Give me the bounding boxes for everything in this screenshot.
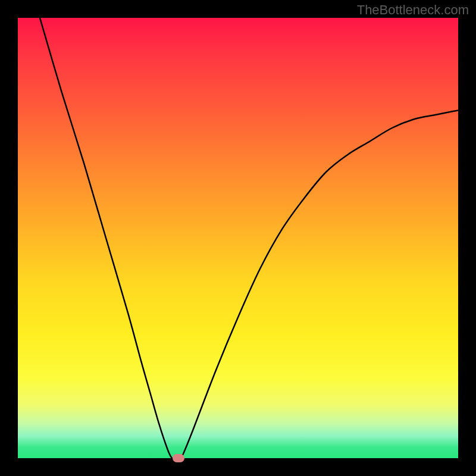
watermark-text: TheBottleneck.com: [357, 2, 469, 18]
chart-plot-area: [18, 18, 458, 458]
optimum-marker: [173, 454, 184, 462]
bottleneck-curve: [18, 18, 458, 458]
